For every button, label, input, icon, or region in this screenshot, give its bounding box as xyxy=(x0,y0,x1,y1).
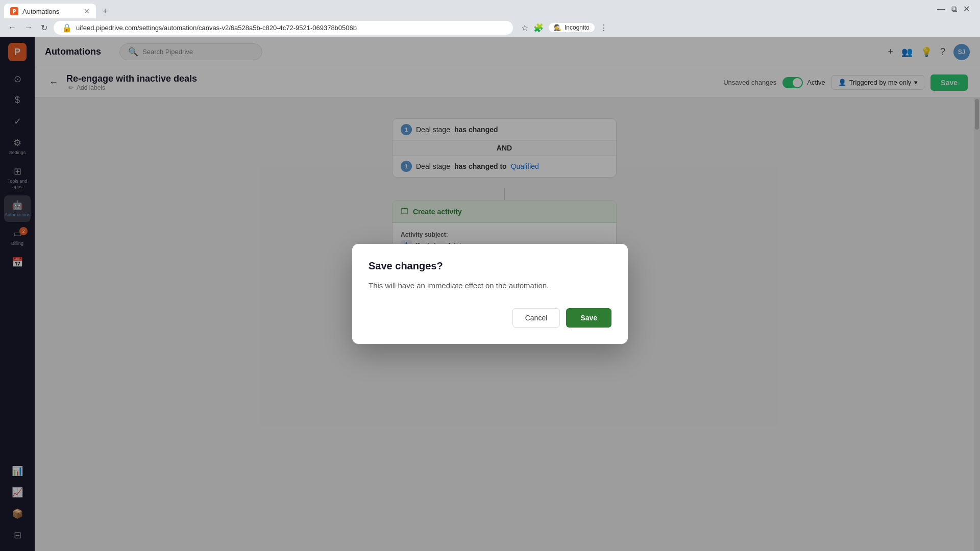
reload-button[interactable]: ↻ xyxy=(39,21,50,35)
back-nav-button[interactable]: ← xyxy=(6,21,18,34)
incognito-icon: 🕵 xyxy=(554,24,561,31)
modal-body: This will have an immediate effect on th… xyxy=(369,280,611,292)
tab-favicon: P xyxy=(10,7,18,15)
modal-save-button[interactable]: Save xyxy=(566,308,611,328)
incognito-badge: 🕵 Incognito xyxy=(549,23,595,32)
extensions-icon[interactable]: 🧩 xyxy=(533,23,544,33)
address-bar[interactable]: 🔒 uifeed.pipedrive.com/settings/automati… xyxy=(54,21,513,35)
more-options-icon[interactable]: ⋮ xyxy=(600,23,608,33)
maximize-icon[interactable]: ⧉ xyxy=(951,5,957,14)
modal-footer: Cancel Save xyxy=(369,308,611,328)
save-changes-modal: Save changes? This will have an immediat… xyxy=(352,244,628,344)
forward-nav-button[interactable]: → xyxy=(22,21,35,34)
bookmark-icon[interactable]: ☆ xyxy=(521,23,528,33)
window-controls: — ⧉ ✕ xyxy=(937,4,970,14)
tab-title: Automations xyxy=(22,8,59,15)
url-display: uifeed.pipedrive.com/settings/automation… xyxy=(76,24,357,32)
modal-cancel-button[interactable]: Cancel xyxy=(512,308,560,328)
modal-overlay: Save changes? This will have an immediat… xyxy=(0,37,980,551)
close-window-icon[interactable]: ✕ xyxy=(963,4,970,14)
new-tab-button[interactable]: + xyxy=(98,4,112,18)
tab-close-icon[interactable]: ✕ xyxy=(84,7,90,15)
browser-tab[interactable]: P Automations ✕ xyxy=(4,4,96,19)
modal-title: Save changes? xyxy=(369,260,611,272)
minimize-icon[interactable]: — xyxy=(937,5,945,14)
lock-icon: 🔒 xyxy=(62,23,72,33)
